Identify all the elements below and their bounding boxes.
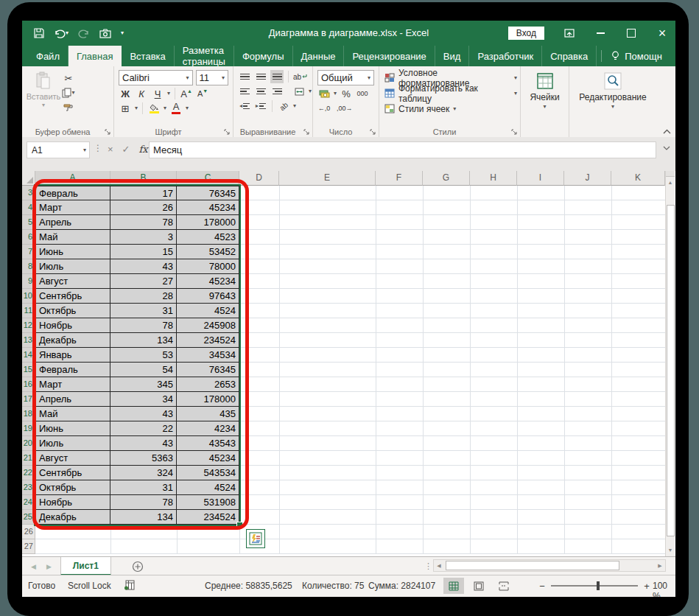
- name-box-dropdown-icon[interactable]: ▾: [80, 147, 89, 153]
- tab-file[interactable]: Файл: [28, 46, 69, 66]
- zoom-percentage[interactable]: 100 %: [653, 581, 675, 597]
- editing-dropdown-icon[interactable]: ▾: [611, 104, 614, 110]
- row-header-9[interactable]: 9: [22, 274, 35, 289]
- formula-input[interactable]: Месяц: [149, 141, 656, 158]
- underline-button[interactable]: Ч: [151, 87, 164, 100]
- cells-dropdown-icon[interactable]: ▾: [543, 104, 546, 110]
- cell-value-b[interactable]: 345: [110, 377, 177, 392]
- cell-month[interactable]: Август: [35, 451, 110, 466]
- cell-value-c[interactable]: 234524: [177, 510, 239, 525]
- vertical-scroll-thumb[interactable]: [667, 205, 675, 536]
- column-header-K[interactable]: K: [611, 171, 665, 186]
- zoom-slider-thumb[interactable]: [597, 581, 600, 590]
- cell-value-c[interactable]: 43543: [177, 436, 239, 451]
- row-header-27[interactable]: 27: [22, 539, 35, 554]
- cell-month[interactable]: Октябрь: [35, 304, 110, 318]
- cell-month[interactable]: Ноябрь: [35, 318, 110, 333]
- cell-styles-dropdown-icon[interactable]: ▾: [453, 106, 456, 112]
- assistant-label[interactable]: Помощн: [625, 51, 662, 62]
- tab-help[interactable]: Справка: [542, 46, 597, 66]
- accounting-dropdown-icon[interactable]: ▾: [334, 91, 337, 97]
- cell-value-c[interactable]: 45234: [177, 274, 239, 289]
- align-right-icon[interactable]: [270, 85, 284, 98]
- cell-value-c[interactable]: 4524: [177, 304, 239, 318]
- sign-in-button[interactable]: Вход: [508, 27, 544, 40]
- name-box[interactable]: A1 ▾: [27, 141, 90, 158]
- align-bottom-icon[interactable]: [270, 70, 284, 83]
- cell-value-b[interactable]: 78: [110, 495, 177, 510]
- increase-decimal-icon[interactable]: ←,0: [317, 102, 331, 115]
- column-header-G[interactable]: G: [423, 171, 470, 186]
- cell-month[interactable]: Январь: [35, 348, 110, 363]
- cell-value-b[interactable]: 17: [110, 186, 177, 200]
- cell-month[interactable]: Май: [35, 407, 110, 421]
- cell-value-c[interactable]: 76345: [177, 186, 239, 200]
- tab-home[interactable]: Главная: [69, 46, 122, 66]
- cell-value-b[interactable]: 3: [110, 230, 177, 245]
- cell-month[interactable]: Июнь: [35, 421, 110, 436]
- row-header-8[interactable]: 8: [22, 259, 35, 274]
- cell-value-b[interactable]: 26: [110, 200, 177, 215]
- accounting-format-icon[interactable]: [317, 87, 331, 100]
- vertical-scrollbar[interactable]: ▲ ▼: [665, 171, 675, 556]
- italic-button[interactable]: К: [135, 87, 148, 100]
- confirm-entry-icon[interactable]: ✓: [122, 144, 130, 155]
- cell-value-b[interactable]: 34: [110, 392, 177, 407]
- cell-month[interactable]: Апрель: [35, 392, 110, 407]
- cell-value-c[interactable]: 34534: [177, 348, 239, 363]
- cell-month[interactable]: Март: [35, 200, 110, 215]
- row-header-11[interactable]: 11: [22, 304, 35, 318]
- number-dialog-launcher-icon[interactable]: [370, 129, 376, 135]
- cell-month[interactable]: Август: [35, 274, 110, 289]
- align-middle-icon[interactable]: [254, 70, 267, 83]
- tab-developer[interactable]: Разработчик: [469, 46, 542, 66]
- collapse-ribbon-icon[interactable]: [663, 129, 671, 134]
- decrease-decimal-icon[interactable]: ,00→: [337, 102, 353, 115]
- name-box-value[interactable]: A1: [27, 145, 80, 155]
- insert-function-icon[interactable]: fx: [139, 144, 148, 155]
- horizontal-scrollbar[interactable]: ◀ ▶: [433, 559, 666, 572]
- cell-month[interactable]: Сентябрь: [35, 466, 110, 480]
- merge-center-icon[interactable]: [292, 85, 306, 98]
- font-name-combo[interactable]: Calibri▾: [119, 70, 193, 85]
- grow-font-button[interactable]: А▲: [180, 87, 193, 100]
- page-layout-view-button[interactable]: [468, 578, 489, 594]
- font-size-combo[interactable]: 11▾: [196, 70, 228, 85]
- column-header-C[interactable]: C: [177, 171, 239, 186]
- sheet-tab-list1[interactable]: Лист1: [60, 557, 111, 575]
- row-header-16[interactable]: 16: [22, 377, 35, 392]
- cell-month[interactable]: Май: [35, 230, 110, 245]
- copy-icon[interactable]: ▾: [62, 86, 75, 99]
- cell-value-c[interactable]: 234524: [177, 333, 239, 348]
- row-header-18[interactable]: 18: [22, 407, 35, 421]
- percent-style-button[interactable]: %: [340, 87, 353, 100]
- cell-month[interactable]: Июнь: [35, 245, 110, 259]
- merge-dropdown-icon[interactable]: ▾: [309, 88, 312, 94]
- cell-value-c[interactable]: 45234: [177, 200, 239, 215]
- cell-value-b[interactable]: 43: [110, 259, 177, 274]
- cell-value-c[interactable]: 45234: [177, 451, 239, 466]
- row-header-25[interactable]: 25: [22, 510, 35, 525]
- align-top-icon[interactable]: [238, 70, 251, 83]
- editing-button[interactable]: Редактирование ▾: [572, 69, 653, 110]
- cell-month[interactable]: Сентябрь: [35, 289, 110, 304]
- cell-value-b[interactable]: 31: [110, 304, 177, 318]
- paste-button[interactable]: Вставить ▾: [25, 69, 62, 114]
- cell-value-b[interactable]: 31: [110, 480, 177, 495]
- copy-dropdown-icon[interactable]: ▾: [71, 90, 74, 96]
- format-painter-icon[interactable]: [62, 101, 75, 114]
- cell-value-c[interactable]: 543534: [177, 466, 239, 480]
- cell-value-b[interactable]: 15: [110, 245, 177, 259]
- cell-month[interactable]: Февраль: [35, 363, 110, 377]
- cell-month[interactable]: Декабрь: [35, 510, 110, 525]
- cell-month[interactable]: Декабрь: [35, 333, 110, 348]
- row-header-23[interactable]: 23: [22, 480, 35, 495]
- zoom-out-button[interactable]: −: [536, 581, 548, 592]
- row-header-13[interactable]: 13: [22, 333, 35, 348]
- cells-button[interactable]: Ячейки ▾: [524, 69, 566, 110]
- decrease-indent-icon[interactable]: ▾: [238, 99, 251, 113]
- normal-view-button[interactable]: [443, 578, 464, 594]
- cell-month[interactable]: Апрель: [35, 215, 110, 230]
- cell-value-c[interactable]: 531908: [177, 495, 239, 510]
- sheet-nav-right-icon[interactable]: ▶: [46, 563, 52, 570]
